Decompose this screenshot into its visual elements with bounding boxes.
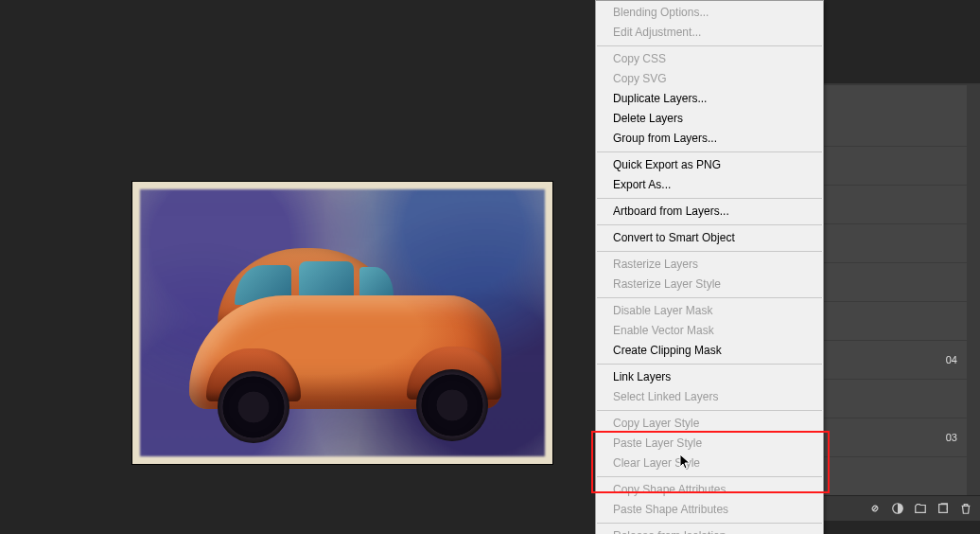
menu-item-rasterize-layers: Rasterize Layers xyxy=(596,255,823,275)
menu-separator xyxy=(597,523,822,524)
layers-panel-footer xyxy=(810,495,980,521)
layer-row[interactable]: 04 xyxy=(810,341,967,380)
scrollbar[interactable] xyxy=(967,85,980,521)
trash-icon[interactable] xyxy=(959,502,972,515)
menu-item-duplicate-layers[interactable]: Duplicate Layers... xyxy=(596,89,823,109)
layer-row[interactable] xyxy=(810,380,967,418)
layer-row[interactable] xyxy=(810,147,967,186)
menu-item-create-clipping-mask[interactable]: Create Clipping Mask xyxy=(596,341,823,361)
menu-separator xyxy=(597,364,822,365)
menu-item-quick-export-as-png[interactable]: Quick Export as PNG xyxy=(596,155,823,175)
menu-item-group-from-layers[interactable]: Group from Layers... xyxy=(596,129,823,149)
menu-item-disable-layer-mask: Disable Layer Mask xyxy=(596,301,823,321)
menu-item-edit-adjustment: Edit Adjustment... xyxy=(596,23,823,43)
layer-context-menu: Blending Options...Edit Adjustment...Cop… xyxy=(595,0,824,534)
menu-item-paste-shape-attributes: Paste Shape Attributes xyxy=(596,500,823,520)
menu-item-paste-layer-style: Paste Layer Style xyxy=(596,434,823,454)
menu-separator xyxy=(597,410,822,411)
layer-row[interactable] xyxy=(810,457,967,496)
menu-item-select-linked-layers: Select Linked Layers xyxy=(596,387,823,407)
menu-separator xyxy=(597,45,822,46)
menu-item-blending-options: Blending Options... xyxy=(596,3,823,23)
layer-row[interactable] xyxy=(810,186,967,224)
canvas-artwork xyxy=(132,182,552,464)
adjustment-icon[interactable] xyxy=(891,502,904,515)
svg-rect-1 xyxy=(939,505,948,513)
menu-item-export-as[interactable]: Export As... xyxy=(596,175,823,195)
menu-separator xyxy=(597,224,822,225)
menu-item-clear-layer-style: Clear Layer Style xyxy=(596,454,823,473)
car-wheel xyxy=(416,369,488,441)
menu-item-copy-layer-style: Copy Layer Style xyxy=(596,414,823,434)
layer-row[interactable] xyxy=(810,263,967,302)
menu-item-delete-layers[interactable]: Delete Layers xyxy=(596,109,823,129)
layer-row[interactable]: 03 xyxy=(810,418,967,457)
group-icon[interactable] xyxy=(914,502,927,515)
menu-item-rasterize-layer-style: Rasterize Layer Style xyxy=(596,275,823,294)
menu-item-copy-shape-attributes: Copy Shape Attributes xyxy=(596,480,823,500)
menu-item-copy-svg: Copy SVG xyxy=(596,69,823,89)
car-wheel xyxy=(218,371,289,443)
layer-row[interactable] xyxy=(810,302,967,341)
menu-item-release-from-isolation: Release from Isolation xyxy=(596,526,823,534)
menu-item-enable-vector-mask: Enable Vector Mask xyxy=(596,321,823,341)
layer-row[interactable] xyxy=(810,224,967,263)
menu-separator xyxy=(597,251,822,252)
layer-row[interactable] xyxy=(810,108,967,147)
new-layer-icon[interactable] xyxy=(936,502,950,515)
menu-item-artboard-from-layers[interactable]: Artboard from Layers... xyxy=(596,202,823,222)
menu-item-convert-to-smart-object[interactable]: Convert to Smart Object xyxy=(596,228,823,248)
layers-panel: 040302 xyxy=(809,85,980,521)
menu-item-copy-css: Copy CSS xyxy=(596,49,823,69)
menu-separator xyxy=(597,198,822,199)
menu-separator xyxy=(597,151,822,152)
menu-item-link-layers[interactable]: Link Layers xyxy=(596,367,823,387)
menu-separator xyxy=(597,476,822,477)
link-icon[interactable] xyxy=(868,502,882,515)
menu-separator xyxy=(597,297,822,298)
